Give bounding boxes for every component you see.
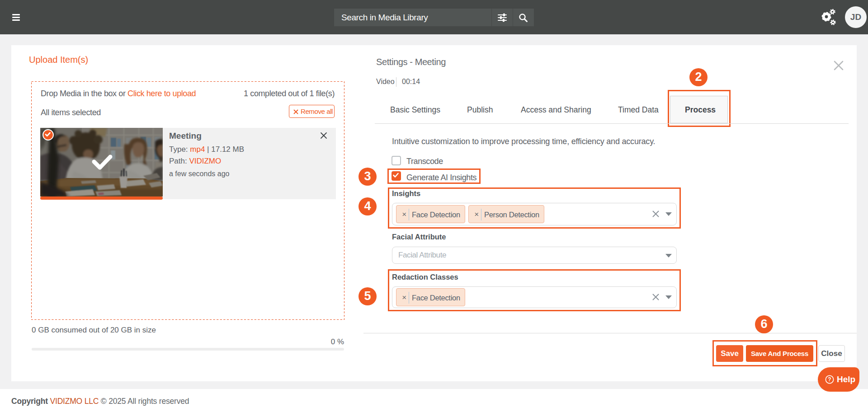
svg-text:?: ? — [828, 376, 831, 383]
